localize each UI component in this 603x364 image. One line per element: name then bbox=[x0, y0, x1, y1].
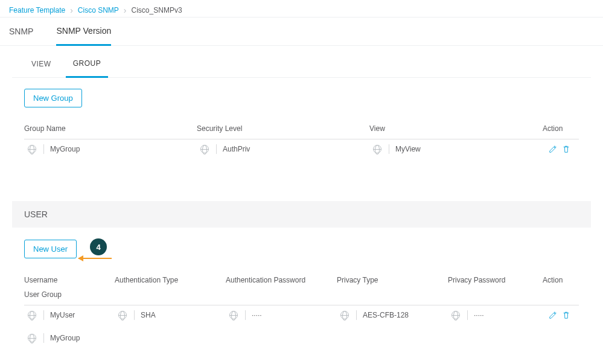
step-badge: 4 bbox=[90, 238, 107, 255]
chevron-right-icon: › bbox=[70, 6, 73, 14]
col-username: Username bbox=[24, 276, 115, 284]
col-auth-password: Authentication Password bbox=[226, 276, 337, 284]
user-group-value: MyGroup bbox=[50, 334, 80, 342]
auth-type-value: SHA bbox=[141, 311, 156, 319]
user-row-group: MyGroup bbox=[24, 325, 579, 348]
globe-icon bbox=[28, 311, 36, 319]
pencil-icon[interactable] bbox=[549, 145, 557, 153]
privacy-type-value: AES-CFB-128 bbox=[363, 311, 409, 319]
globe-icon bbox=[340, 311, 349, 319]
group-name-value: MyGroup bbox=[50, 145, 80, 153]
globe-icon bbox=[28, 334, 36, 342]
col-security-level: Security Level bbox=[197, 124, 369, 133]
col-user-group: User Group bbox=[24, 290, 115, 299]
privacy-password-value: ····· bbox=[474, 311, 484, 319]
breadcrumb-mid[interactable]: Cisco SNMP bbox=[78, 6, 119, 14]
arrow-left-icon bbox=[78, 258, 112, 259]
col-privacy-password: Privacy Password bbox=[448, 276, 543, 284]
group-table: Group Name Security Level View Action My… bbox=[24, 118, 579, 159]
main-tabs: SNMP SNMP Version bbox=[0, 18, 603, 46]
tab-snmp[interactable]: SNMP bbox=[9, 18, 33, 45]
view-value: MyView bbox=[395, 145, 421, 153]
breadcrumb-current: Cisco_SNMPv3 bbox=[132, 6, 182, 14]
username-value: MyUser bbox=[50, 311, 75, 319]
subtab-view[interactable]: VIEW bbox=[24, 51, 59, 77]
col-action: Action bbox=[543, 276, 579, 284]
col-auth-type: Authentication Type bbox=[115, 276, 226, 284]
user-section-header: USER bbox=[12, 201, 591, 228]
globe-icon bbox=[28, 145, 36, 153]
security-level-value: AuthPriv bbox=[223, 145, 250, 153]
new-user-button[interactable]: New User bbox=[24, 240, 77, 258]
breadcrumb-root[interactable]: Feature Template bbox=[9, 6, 65, 14]
callout-annotation: 4 bbox=[77, 238, 112, 259]
col-privacy-type: Privacy Type bbox=[337, 276, 448, 284]
breadcrumbs: Feature Template › Cisco SNMP › Cisco_SN… bbox=[0, 0, 603, 18]
col-view: View bbox=[369, 124, 543, 133]
globe-icon bbox=[200, 145, 209, 153]
col-action: Action bbox=[543, 124, 579, 133]
col-group-name: Group Name bbox=[24, 124, 197, 133]
group-row: MyGroup AuthPriv MyView bbox=[24, 139, 579, 159]
chevron-right-icon: › bbox=[124, 6, 127, 14]
tab-snmp-version[interactable]: SNMP Version bbox=[56, 18, 111, 46]
pencil-icon[interactable] bbox=[549, 311, 557, 319]
trash-icon[interactable] bbox=[562, 311, 570, 319]
user-table: Username Authentication Type Authenticat… bbox=[24, 270, 579, 348]
new-group-button[interactable]: New Group bbox=[24, 89, 82, 107]
sub-tabs: VIEW GROUP bbox=[12, 51, 591, 78]
globe-icon bbox=[118, 311, 127, 319]
trash-icon[interactable] bbox=[562, 145, 570, 153]
globe-icon bbox=[229, 311, 238, 319]
subtab-group[interactable]: GROUP bbox=[66, 51, 109, 78]
globe-icon bbox=[373, 145, 381, 153]
globe-icon bbox=[451, 311, 460, 319]
user-row: MyUser SHA ····· AES-CFB-128 ····· bbox=[24, 305, 579, 325]
auth-password-value: ····· bbox=[252, 311, 262, 319]
